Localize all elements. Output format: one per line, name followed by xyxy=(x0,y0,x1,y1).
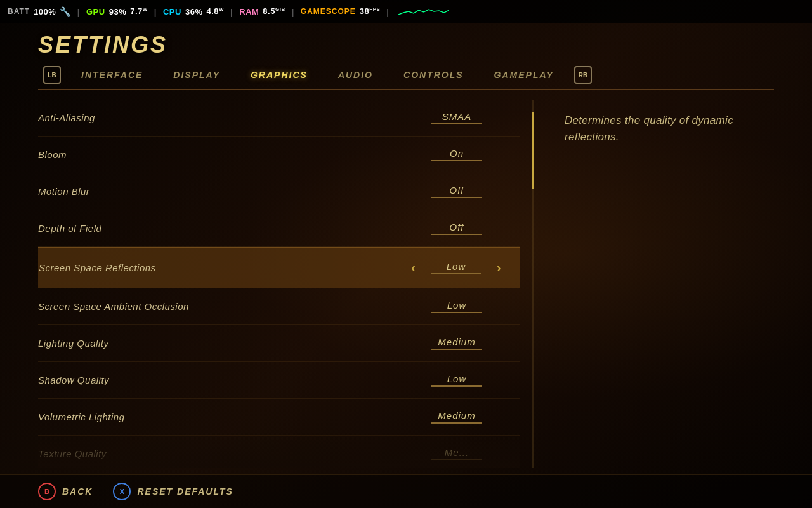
setting-name-antialiasing: Anti-Aliasing xyxy=(38,112,393,123)
wrench-icon: 🔧 xyxy=(60,6,71,17)
description-text: Determines the quality of dynamic reflec… xyxy=(565,112,755,145)
setting-name-volumetric: Volumetric Lighting xyxy=(38,411,393,422)
setting-row-texture[interactable]: Texture Quality Me... xyxy=(38,436,520,468)
ssr-right-arrow[interactable]: › xyxy=(492,259,506,276)
back-action[interactable]: B BACK xyxy=(38,483,93,500)
setting-value-ssr: Low xyxy=(431,261,481,274)
setting-name-ssao: Screen Space Ambient Occlusion xyxy=(38,301,393,312)
setting-value-wrap-ssao: Low xyxy=(393,300,520,313)
lb-button: LB xyxy=(43,66,61,84)
settings-list: Anti-Aliasing SMAA Bloom On Motion Blur … xyxy=(38,100,520,468)
setting-value-volumetric: Medium xyxy=(431,410,482,424)
setting-value-lighting: Medium xyxy=(431,337,482,350)
sep3: | xyxy=(230,7,233,17)
back-label: BACK xyxy=(62,486,93,497)
setting-name-bloom: Bloom xyxy=(38,149,393,160)
scrollbar-thumb xyxy=(532,112,534,189)
gpu-label: GPU xyxy=(86,7,105,17)
setting-name-texture: Texture Quality xyxy=(38,448,393,459)
setting-value-antialiasing: SMAA xyxy=(431,111,482,124)
setting-value-texture: Me... xyxy=(431,447,482,460)
setting-value-wrap-lighting: Medium xyxy=(393,337,520,350)
cpu-pct: 36% xyxy=(185,7,203,17)
cpu-watts: 4.8W xyxy=(206,6,224,16)
cpu-label: CPU xyxy=(163,7,181,17)
setting-value-bloom: On xyxy=(431,148,482,161)
setting-value-wrap-shadow: Low xyxy=(393,373,520,387)
nav-left-button[interactable]: LB xyxy=(38,64,66,86)
tab-audio[interactable]: AUDIO xyxy=(323,66,388,84)
setting-row-ssao[interactable]: Screen Space Ambient Occlusion Low xyxy=(38,288,520,325)
setting-name-ssr: Screen Space Reflections xyxy=(39,262,393,273)
batt-value: 100% xyxy=(34,7,56,17)
batt-label: BATT xyxy=(8,7,30,16)
setting-value-wrap-texture: Me... xyxy=(393,447,520,460)
setting-value-wrap-volumetric: Medium xyxy=(393,410,520,424)
setting-row-dof[interactable]: Depth of Field Off xyxy=(38,210,520,247)
nav-tabs: LB INTERFACE DISPLAY GRAPHICS AUDIO CONT… xyxy=(38,64,774,90)
setting-value-ssao: Low xyxy=(431,300,482,313)
main-content: Anti-Aliasing SMAA Bloom On Motion Blur … xyxy=(38,100,774,468)
x-button[interactable]: X xyxy=(113,483,131,500)
description-panel: Determines the quality of dynamic reflec… xyxy=(546,100,774,468)
setting-value-motionblur: Off xyxy=(431,185,482,198)
reset-action[interactable]: X RESET DEFAULTS xyxy=(113,483,233,500)
setting-name-dof: Depth of Field xyxy=(38,223,393,234)
tab-display[interactable]: DISPLAY xyxy=(158,66,235,84)
gpu-watts: 7.7W xyxy=(130,6,148,16)
performance-graph xyxy=(398,5,449,18)
setting-row-shadow[interactable]: Shadow Quality Low xyxy=(38,362,520,399)
setting-row-lighting[interactable]: Lighting Quality Medium xyxy=(38,325,520,362)
scrollbar[interactable] xyxy=(530,100,535,468)
gamescope-label: GAMESCOPE xyxy=(301,7,356,16)
bottom-bar: B BACK X RESET DEFAULTS xyxy=(0,474,812,508)
setting-name-lighting: Lighting Quality xyxy=(38,338,393,349)
gpu-pct: 93% xyxy=(109,7,127,17)
scrollbar-track xyxy=(532,100,534,468)
setting-row-motionblur[interactable]: Motion Blur Off xyxy=(38,173,520,210)
setting-row-antialiasing[interactable]: Anti-Aliasing SMAA xyxy=(38,100,520,137)
tab-graphics[interactable]: GRAPHICS xyxy=(235,66,323,84)
reset-label: RESET DEFAULTS xyxy=(137,486,233,497)
settings-panel: SETTINGS LB INTERFACE DISPLAY GRAPHICS A… xyxy=(0,23,812,468)
setting-row-volumetric[interactable]: Volumetric Lighting Medium xyxy=(38,399,520,436)
ram-label: RAM xyxy=(239,7,259,17)
sep2: | xyxy=(154,7,157,17)
nav-right-button[interactable]: RB xyxy=(569,64,597,86)
setting-value-dof: Off xyxy=(431,222,482,235)
setting-name-motionblur: Motion Blur xyxy=(38,186,393,197)
setting-value-wrap-motionblur: Off xyxy=(393,185,520,198)
sep1: | xyxy=(77,7,80,17)
setting-value-shadow: Low xyxy=(431,373,482,387)
settings-title: SETTINGS xyxy=(38,23,774,64)
setting-row-ssr[interactable]: Screen Space Reflections ‹ Low › xyxy=(38,247,520,288)
rb-button: RB xyxy=(574,66,592,84)
tab-gameplay[interactable]: GAMEPLAY xyxy=(479,66,569,84)
b-button[interactable]: B xyxy=(38,483,56,500)
setting-value-wrap-dof: Off xyxy=(393,222,520,235)
setting-value-wrap-antialiasing: SMAA xyxy=(393,111,520,124)
ssr-left-arrow[interactable]: ‹ xyxy=(406,259,421,276)
setting-row-bloom[interactable]: Bloom On xyxy=(38,137,520,173)
sep4: | xyxy=(292,7,294,17)
sep5: | xyxy=(386,7,389,17)
setting-value-wrap-bloom: On xyxy=(393,148,520,161)
hud-bar: BATT 100% 🔧 | GPU 93% 7.7W | CPU 36% 4.8… xyxy=(0,0,812,23)
tab-controls[interactable]: CONTROLS xyxy=(388,66,479,84)
setting-name-shadow: Shadow Quality xyxy=(38,375,393,385)
tab-interface[interactable]: INTERFACE xyxy=(66,66,158,84)
ram-value: 8.5GiB xyxy=(263,6,285,16)
gamescope-fps: 38FPS xyxy=(360,6,381,16)
setting-value-wrap-ssr: ‹ Low › xyxy=(393,259,520,276)
